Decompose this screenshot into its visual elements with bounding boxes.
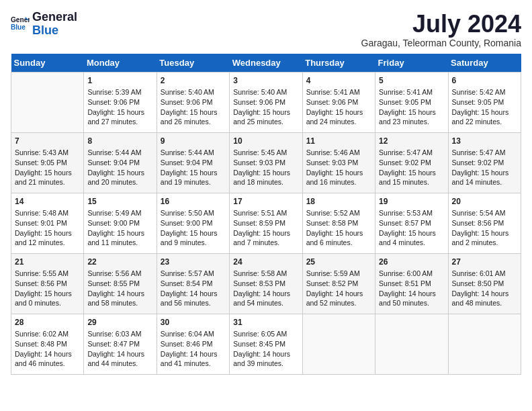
weekday-header-friday: Friday bbox=[375, 54, 448, 73]
day-number: 24 bbox=[233, 257, 298, 268]
day-number: 8 bbox=[87, 136, 152, 147]
day-number: 13 bbox=[452, 136, 517, 147]
day-number: 19 bbox=[379, 196, 444, 208]
cell-info: Sunrise: 5:40 AM Sunset: 9:06 PM Dayligh… bbox=[161, 87, 226, 127]
cell-info: Sunrise: 5:59 AM Sunset: 8:52 PM Dayligh… bbox=[306, 269, 371, 308]
day-number: 4 bbox=[306, 75, 371, 87]
cell-info: Sunrise: 5:56 AM Sunset: 8:55 PM Dayligh… bbox=[87, 269, 152, 308]
calendar-cell: 19Sunrise: 5:53 AM Sunset: 8:57 PM Dayli… bbox=[375, 193, 448, 253]
cell-info: Sunrise: 5:46 AM Sunset: 9:03 PM Dayligh… bbox=[306, 148, 371, 187]
cell-info: Sunrise: 5:47 AM Sunset: 9:02 PM Dayligh… bbox=[379, 148, 444, 187]
cell-info: Sunrise: 6:05 AM Sunset: 8:45 PM Dayligh… bbox=[233, 329, 298, 369]
calendar-cell: 13Sunrise: 5:47 AM Sunset: 9:02 PM Dayli… bbox=[448, 132, 521, 193]
day-number: 25 bbox=[306, 257, 371, 268]
logo: General Blue General Blue bbox=[11, 11, 77, 38]
calendar-cell: 11Sunrise: 5:46 AM Sunset: 9:03 PM Dayli… bbox=[302, 132, 375, 193]
day-number: 27 bbox=[452, 257, 517, 268]
calendar-week-row: 21Sunrise: 5:55 AM Sunset: 8:56 PM Dayli… bbox=[11, 253, 521, 314]
logo-general-text: General bbox=[32, 11, 77, 24]
calendar-cell: 16Sunrise: 5:50 AM Sunset: 9:00 PM Dayli… bbox=[157, 193, 229, 253]
day-number: 6 bbox=[452, 75, 517, 87]
day-number: 2 bbox=[161, 75, 226, 87]
cell-info: Sunrise: 5:44 AM Sunset: 9:04 PM Dayligh… bbox=[161, 148, 226, 187]
day-number: 29 bbox=[87, 317, 152, 328]
calendar-cell: 29Sunrise: 6:03 AM Sunset: 8:47 PM Dayli… bbox=[84, 314, 157, 374]
cell-info: Sunrise: 5:49 AM Sunset: 9:00 PM Dayligh… bbox=[87, 208, 152, 248]
day-number: 14 bbox=[15, 196, 80, 208]
logo-icon: General Blue bbox=[11, 15, 30, 34]
calendar-cell: 17Sunrise: 5:51 AM Sunset: 8:59 PM Dayli… bbox=[230, 193, 302, 253]
month-title: July 2024 bbox=[361, 11, 521, 38]
calendar-cell: 1Sunrise: 5:39 AM Sunset: 9:06 PM Daylig… bbox=[84, 72, 157, 132]
calendar-cell: 14Sunrise: 5:48 AM Sunset: 9:01 PM Dayli… bbox=[11, 193, 84, 253]
day-number: 16 bbox=[161, 196, 226, 208]
calendar-cell: 23Sunrise: 5:57 AM Sunset: 8:54 PM Dayli… bbox=[157, 253, 229, 314]
cell-info: Sunrise: 5:51 AM Sunset: 8:59 PM Dayligh… bbox=[233, 208, 298, 248]
logo-blue-text: Blue bbox=[32, 24, 77, 38]
cell-info: Sunrise: 5:48 AM Sunset: 9:01 PM Dayligh… bbox=[15, 208, 80, 248]
day-number: 28 bbox=[15, 317, 80, 328]
calendar-cell: 3Sunrise: 5:40 AM Sunset: 9:06 PM Daylig… bbox=[230, 72, 302, 132]
calendar-cell: 31Sunrise: 6:05 AM Sunset: 8:45 PM Dayli… bbox=[230, 314, 302, 374]
cell-info: Sunrise: 5:39 AM Sunset: 9:06 PM Dayligh… bbox=[87, 87, 152, 127]
cell-info: Sunrise: 5:43 AM Sunset: 9:05 PM Dayligh… bbox=[15, 148, 80, 187]
cell-info: Sunrise: 5:45 AM Sunset: 9:03 PM Dayligh… bbox=[233, 148, 298, 187]
day-number: 22 bbox=[87, 257, 152, 268]
weekday-header-monday: Monday bbox=[84, 54, 157, 73]
calendar-week-row: 7Sunrise: 5:43 AM Sunset: 9:05 PM Daylig… bbox=[11, 132, 521, 193]
svg-text:Blue: Blue bbox=[11, 24, 26, 31]
cell-info: Sunrise: 5:47 AM Sunset: 9:02 PM Dayligh… bbox=[452, 148, 517, 187]
calendar-table: SundayMondayTuesdayWednesdayThursdayFrid… bbox=[11, 54, 521, 375]
calendar-cell: 7Sunrise: 5:43 AM Sunset: 9:05 PM Daylig… bbox=[11, 132, 84, 193]
cell-info: Sunrise: 5:41 AM Sunset: 9:05 PM Dayligh… bbox=[379, 87, 444, 127]
weekday-header-tuesday: Tuesday bbox=[157, 54, 229, 73]
cell-info: Sunrise: 6:02 AM Sunset: 8:48 PM Dayligh… bbox=[15, 329, 80, 369]
cell-info: Sunrise: 6:04 AM Sunset: 8:46 PM Dayligh… bbox=[161, 329, 226, 369]
title-block: July 2024 Garagau, Teleorman County, Rom… bbox=[361, 11, 521, 48]
calendar-cell bbox=[11, 72, 84, 132]
cell-info: Sunrise: 5:54 AM Sunset: 8:56 PM Dayligh… bbox=[452, 208, 517, 248]
weekday-header-thursday: Thursday bbox=[302, 54, 375, 73]
day-number: 30 bbox=[161, 317, 226, 328]
cell-info: Sunrise: 5:55 AM Sunset: 8:56 PM Dayligh… bbox=[15, 269, 80, 308]
day-number: 9 bbox=[161, 136, 226, 147]
svg-text:General: General bbox=[11, 16, 30, 24]
calendar-cell: 24Sunrise: 5:58 AM Sunset: 8:53 PM Dayli… bbox=[230, 253, 302, 314]
day-number: 26 bbox=[379, 257, 444, 268]
day-number: 15 bbox=[87, 196, 152, 208]
cell-info: Sunrise: 6:03 AM Sunset: 8:47 PM Dayligh… bbox=[87, 329, 152, 369]
calendar-cell: 18Sunrise: 5:52 AM Sunset: 8:58 PM Dayli… bbox=[302, 193, 375, 253]
cell-info: Sunrise: 5:42 AM Sunset: 9:05 PM Dayligh… bbox=[452, 87, 517, 127]
calendar-cell: 21Sunrise: 5:55 AM Sunset: 8:56 PM Dayli… bbox=[11, 253, 84, 314]
day-number: 23 bbox=[161, 257, 226, 268]
calendar-cell: 28Sunrise: 6:02 AM Sunset: 8:48 PM Dayli… bbox=[11, 314, 84, 374]
day-number: 12 bbox=[379, 136, 444, 147]
cell-info: Sunrise: 5:58 AM Sunset: 8:53 PM Dayligh… bbox=[233, 269, 298, 308]
cell-info: Sunrise: 5:52 AM Sunset: 8:58 PM Dayligh… bbox=[306, 208, 371, 248]
calendar-week-row: 14Sunrise: 5:48 AM Sunset: 9:01 PM Dayli… bbox=[11, 193, 521, 253]
calendar-cell bbox=[448, 314, 521, 374]
calendar-cell bbox=[375, 314, 448, 374]
cell-info: Sunrise: 6:00 AM Sunset: 8:51 PM Dayligh… bbox=[379, 269, 444, 308]
day-number: 31 bbox=[233, 317, 298, 328]
cell-info: Sunrise: 6:01 AM Sunset: 8:50 PM Dayligh… bbox=[452, 269, 517, 308]
day-number: 3 bbox=[233, 75, 298, 87]
calendar-cell: 15Sunrise: 5:49 AM Sunset: 9:00 PM Dayli… bbox=[84, 193, 157, 253]
location-subtitle: Garagau, Teleorman County, Romania bbox=[361, 38, 521, 48]
day-number: 7 bbox=[15, 136, 80, 147]
weekday-header-row: SundayMondayTuesdayWednesdayThursdayFrid… bbox=[11, 54, 521, 73]
calendar-cell: 10Sunrise: 5:45 AM Sunset: 9:03 PM Dayli… bbox=[230, 132, 302, 193]
calendar-cell: 25Sunrise: 5:59 AM Sunset: 8:52 PM Dayli… bbox=[302, 253, 375, 314]
calendar-cell: 2Sunrise: 5:40 AM Sunset: 9:06 PM Daylig… bbox=[157, 72, 229, 132]
calendar-week-row: 28Sunrise: 6:02 AM Sunset: 8:48 PM Dayli… bbox=[11, 314, 521, 374]
day-number: 5 bbox=[379, 75, 444, 87]
calendar-cell: 6Sunrise: 5:42 AM Sunset: 9:05 PM Daylig… bbox=[448, 72, 521, 132]
weekday-header-saturday: Saturday bbox=[448, 54, 521, 73]
page-header: General Blue General Blue July 2024 Gara… bbox=[11, 11, 521, 48]
calendar-cell bbox=[302, 314, 375, 374]
weekday-header-sunday: Sunday bbox=[11, 54, 84, 73]
calendar-cell: 12Sunrise: 5:47 AM Sunset: 9:02 PM Dayli… bbox=[375, 132, 448, 193]
calendar-cell: 30Sunrise: 6:04 AM Sunset: 8:46 PM Dayli… bbox=[157, 314, 229, 374]
cell-info: Sunrise: 5:57 AM Sunset: 8:54 PM Dayligh… bbox=[161, 269, 226, 308]
calendar-cell: 20Sunrise: 5:54 AM Sunset: 8:56 PM Dayli… bbox=[448, 193, 521, 253]
